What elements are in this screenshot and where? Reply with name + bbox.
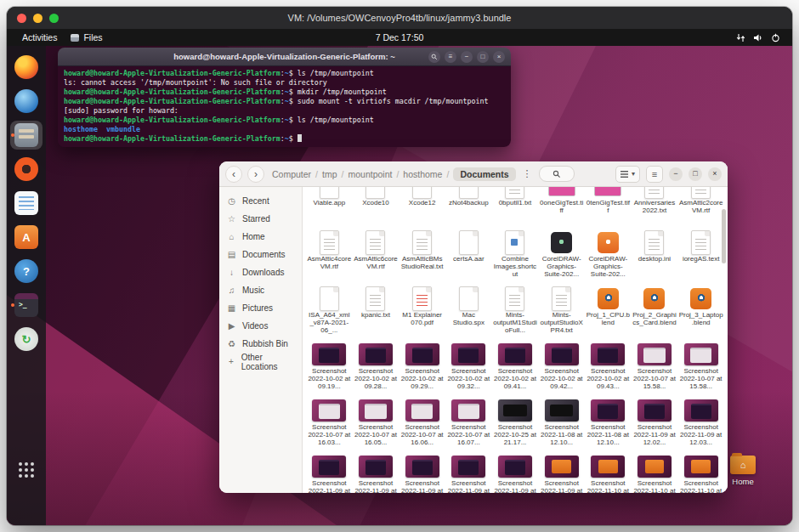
breadcrumb-item[interactable]: Documents xyxy=(453,167,515,181)
forward-button[interactable]: › xyxy=(247,166,264,183)
file-item[interactable]: Screenshot 2022-10-07 at 15.58... xyxy=(632,340,678,396)
file-item[interactable]: Combine Images.shortcut xyxy=(492,228,539,284)
files-menu-button[interactable]: ≡ xyxy=(646,166,663,183)
file-item[interactable]: AsmAttic4coreVM.rtf xyxy=(306,228,353,284)
path-options-button[interactable]: ⋮ xyxy=(521,168,534,179)
dock-item-terminal[interactable] xyxy=(10,291,42,320)
dock-item-files[interactable] xyxy=(10,121,42,150)
file-item[interactable]: Xcode12 xyxy=(399,187,445,228)
files-close-button[interactable]: × xyxy=(708,167,722,181)
terminal-search-button[interactable] xyxy=(428,51,440,63)
breadcrumb-item[interactable]: tmp xyxy=(322,169,337,179)
terminal-maximize-button[interactable]: □ xyxy=(477,51,489,63)
file-item[interactable]: Screenshot 2022-11-09 at 13.03... xyxy=(353,452,400,493)
dock-item-rhythmbox[interactable] xyxy=(10,155,42,184)
file-item[interactable]: Screenshot 2022-11-08 at 12.10... xyxy=(585,396,632,452)
terminal-output[interactable]: howard@howard-Apple-Virtualization-Gener… xyxy=(58,66,511,147)
terminal-minimize-button[interactable]: − xyxy=(461,51,473,63)
sidebar-item-videos[interactable]: ▶Videos xyxy=(219,317,302,335)
file-item[interactable]: Screenshot 2022-11-09 at 13.07... xyxy=(492,452,539,493)
file-item[interactable]: Screenshot 2022-10-02 at 09.29... xyxy=(399,340,445,396)
breadcrumb-item[interactable]: hosthome xyxy=(403,169,442,179)
breadcrumb-item[interactable]: Computer xyxy=(272,169,311,179)
terminal-titlebar[interactable]: howard@howard-Apple-Virtualization-Gener… xyxy=(58,48,511,66)
file-item[interactable]: Mints-outputM1StudioFull... xyxy=(492,284,539,340)
desktop[interactable]: howard@howard-Apple-Virtualization-Gener… xyxy=(7,46,792,525)
file-item[interactable]: Screenshot 2022-10-25 at 21.17... xyxy=(492,396,539,452)
file-item[interactable]: Screenshot 2022-10-02 at 09.32... xyxy=(445,340,492,396)
app-menu-button[interactable]: Files xyxy=(71,32,102,42)
show-applications-button[interactable] xyxy=(10,456,42,484)
sidebar-item-recent[interactable]: ◷Recent xyxy=(219,192,302,210)
file-item[interactable]: kpanic.txt xyxy=(353,284,400,340)
file-item[interactable]: 0oneGigTest.tiff xyxy=(538,187,585,228)
mac-minimize-button[interactable] xyxy=(33,14,42,23)
back-button[interactable]: ‹ xyxy=(225,166,242,183)
mac-zoom-button[interactable] xyxy=(49,14,59,23)
sidebar-item-downloads[interactable]: ↓Downloads xyxy=(219,263,302,281)
file-item[interactable]: Screenshot 2022-10-02 at 09.41... xyxy=(492,340,539,396)
mac-close-button[interactable] xyxy=(17,14,26,23)
sidebar-item-pictures[interactable]: ▦Pictures xyxy=(219,299,302,317)
file-item[interactable]: Xcode10 xyxy=(353,187,400,228)
file-item[interactable]: Screenshot 2022-10-02 at 09.28... xyxy=(353,340,400,396)
file-item[interactable]: Screenshot 2022-11-10 at 17.10... xyxy=(677,452,724,493)
file-item[interactable]: Screenshot 2022-11-09 at 13.03... xyxy=(306,452,353,493)
dock-item-thunderbird[interactable] xyxy=(10,87,42,116)
file-item[interactable]: Proj_1_CPU.blend xyxy=(585,284,632,340)
file-item[interactable]: CorelDRAW-Graphics-Suite-202... xyxy=(585,228,632,284)
sidebar-item-music[interactable]: ♫Music xyxy=(219,281,302,299)
file-item[interactable]: certsA.aar xyxy=(445,228,492,284)
file-item[interactable]: Screenshot 2022-11-09 at 13.13... xyxy=(538,452,585,493)
system-tray-button[interactable] xyxy=(736,33,780,42)
file-item[interactable]: Screenshot 2022-10-07 at 16.05... xyxy=(353,396,400,452)
dock-item-firefox[interactable] xyxy=(10,53,42,82)
scrollbar[interactable] xyxy=(722,209,726,263)
file-item[interactable]: Screenshot 2022-11-10 at 17.09... xyxy=(632,452,678,493)
view-toggle-button[interactable]: ▾ xyxy=(615,166,640,183)
file-item[interactable]: Screenshot 2022-11-09 at 13.04... xyxy=(399,452,445,493)
file-item[interactable]: Mac Studio.spx xyxy=(445,284,492,340)
file-item[interactable]: Screenshot 2022-11-09 at 13.06... xyxy=(445,452,492,493)
sidebar-item-rubbish[interactable]: ♻Rubbish Bin xyxy=(219,335,302,353)
file-item[interactable]: CorelDRAW-Graphics-Suite-202... xyxy=(538,228,585,284)
file-item[interactable]: Screenshot 2022-10-07 at 15.58... xyxy=(677,340,724,396)
file-item[interactable]: AsmAttic6coreVM.rtf xyxy=(353,228,400,284)
file-item[interactable]: Screenshot 2022-11-09 at 12.02... xyxy=(632,396,678,452)
dock-item-writer[interactable] xyxy=(10,189,42,218)
file-item[interactable]: M1 Explainer 070.pdf xyxy=(399,284,445,340)
file-item[interactable]: ISA_A64_xml_v87A-2021-06_... xyxy=(306,284,353,340)
file-item[interactable]: Screenshot 2022-11-10 at 13.20... xyxy=(585,452,632,493)
file-item[interactable]: 0tenGigTest.tiff xyxy=(585,187,632,228)
files-maximize-button[interactable]: □ xyxy=(688,167,702,181)
file-item[interactable]: Viable.app xyxy=(306,187,353,228)
file-item[interactable]: Proj_3_Laptop.blend xyxy=(677,284,724,340)
sidebar-item-home[interactable]: ⌂Home xyxy=(219,228,302,246)
file-item[interactable]: Mints-outputStudioXPR4.txt xyxy=(538,284,585,340)
dock-item-software[interactable] xyxy=(10,223,42,252)
file-item[interactable]: desktop.ini xyxy=(632,228,678,284)
file-item[interactable]: Screenshot 2022-10-07 at 16.06... xyxy=(399,396,445,452)
file-item[interactable]: Screenshot 2022-10-02 at 09.19... xyxy=(306,340,353,396)
file-item[interactable]: Screenshot 2022-10-07 at 16.03... xyxy=(306,396,353,452)
file-item[interactable]: ioregAS.text xyxy=(677,228,724,284)
desktop-home-folder[interactable]: ⌂ Home xyxy=(724,456,762,486)
file-item[interactable]: Anniversaries2022.txt xyxy=(632,187,678,228)
file-item[interactable]: 0bputil1.txt xyxy=(492,187,539,228)
file-item[interactable]: AsmAtticBMsStudioReal.txt xyxy=(399,228,445,284)
files-minimize-button[interactable]: − xyxy=(669,167,683,181)
breadcrumb-item[interactable]: mountpoint xyxy=(348,169,392,179)
sidebar-item-other[interactable]: +Other Locations xyxy=(219,353,302,371)
file-item[interactable]: Proj_2_Graphics_Card.blend xyxy=(632,284,678,340)
file-item[interactable]: Screenshot 2022-10-02 at 09.43... xyxy=(585,340,632,396)
dock-item-updater[interactable] xyxy=(10,325,42,354)
activities-button[interactable]: Activities xyxy=(22,32,57,42)
file-item[interactable]: Screenshot 2022-11-08 at 12.10... xyxy=(538,396,585,452)
terminal-close-button[interactable]: × xyxy=(493,51,505,63)
sidebar-item-starred[interactable]: ☆Starred xyxy=(219,210,302,228)
terminal-menu-button[interactable]: ≡ xyxy=(445,51,456,63)
file-item[interactable]: Screenshot 2022-10-07 at 16.07... xyxy=(445,396,492,452)
clock-button[interactable]: 7 Dec 17:50 xyxy=(7,32,792,42)
sidebar-item-documents[interactable]: ▤Documents xyxy=(219,246,302,263)
file-item[interactable]: Screenshot 2022-11-09 at 12.03... xyxy=(677,396,724,452)
